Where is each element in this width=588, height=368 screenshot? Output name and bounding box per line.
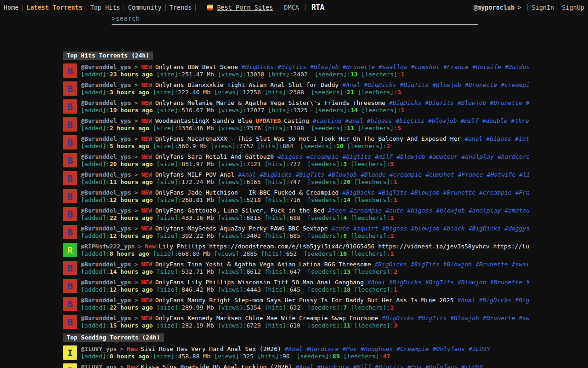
tag-link[interactable]: #Brunette — [490, 279, 522, 286]
tag-link[interactable]: #milf — [375, 153, 393, 160]
torrent-title[interactable]: OnlyFans Lily Phillips Wisconsin Tiff 50… — [155, 279, 364, 286]
tag-link[interactable]: #threesome… — [511, 117, 529, 124]
tag-link[interactable]: #Anal — [238, 171, 256, 178]
tag-link[interactable]: #creampie — [350, 207, 382, 214]
tag-link[interactable]: #Brunette — [475, 261, 508, 268]
tag-link[interactable]: #BigDicks — [389, 279, 421, 286]
uploader-link[interactable]: @Burunddel_yps — [81, 153, 131, 160]
tag-link[interactable]: #BigDicks — [364, 81, 396, 88]
uploader-link[interactable]: @Burunddel_yps — [81, 279, 131, 286]
uploader-avatar[interactable]: B — [63, 135, 77, 150]
tag-link[interactable]: #Pov — [407, 363, 422, 368]
tag-link[interactable]: #Anal — [458, 297, 475, 304]
uploader-link[interactable]: @Burunddel_yps — [81, 261, 131, 268]
tag-link[interactable]: #Hardcore — [306, 345, 339, 352]
tag-link[interactable]: #swallow — [379, 63, 407, 70]
tag-link[interactable]: #hardcore — [498, 153, 529, 160]
tag-link[interactable]: #Anal — [368, 279, 385, 286]
tag-link[interactable]: #squirt — [353, 225, 379, 232]
tag-link[interactable]: #bigass — [382, 225, 407, 232]
tag-link[interactable]: #BigTits — [296, 171, 325, 178]
tag-link[interactable]: #Brunette — [443, 189, 475, 196]
tag-link[interactable]: #swallow… — [519, 315, 529, 322]
tag-link[interactable]: #Bigtits — [375, 363, 404, 368]
uploader-avatar[interactable]: B — [63, 117, 77, 132]
tag-link[interactable]: #Milf — [353, 363, 371, 368]
tag-link[interactable]: #Outdoors — [505, 63, 529, 70]
tag-link[interactable]: #Anal — [342, 81, 360, 88]
tag-link[interactable]: #Blowjob — [443, 261, 472, 268]
uploader-avatar[interactable]: B — [63, 297, 77, 311]
tag-link[interactable]: #bigass — [277, 153, 303, 160]
tag-link[interactable]: #Brunette — [465, 81, 497, 88]
tag-link[interactable]: #Onlyfans — [433, 345, 465, 352]
nav-item-community[interactable]: Community — [128, 4, 161, 11]
tag-link[interactable]: #double — [482, 117, 508, 124]
tag-link[interactable]: #Anal — [285, 345, 303, 352]
tag-link[interactable]: #anal — [464, 135, 482, 142]
uploader-link[interactable]: @Burunddel_yps — [81, 171, 131, 178]
uploader-avatar[interactable]: B — [63, 63, 77, 78]
uploader-avatar[interactable]: B — [63, 81, 77, 96]
tag-link[interactable]: #BigTits — [425, 99, 454, 106]
tag-link[interactable]: #BigDicks — [382, 315, 414, 322]
tag-link[interactable]: #cumshot — [425, 171, 454, 178]
torrent-title[interactable]: Onlyfans MaySeeds AquaZay Perky PAWG BBC… — [155, 225, 328, 232]
uploader-avatar[interactable]: B — [63, 315, 77, 329]
tag-link[interactable]: #Anal — [295, 363, 313, 368]
torrent-title[interactable]: OnlyFans Bianxxxkie Tight Asian Anal Slu… — [155, 81, 339, 88]
tag-link[interactable]: #blowjob — [396, 153, 425, 160]
tag-link[interactable]: #Blowjob — [411, 189, 440, 196]
uploader-link[interactable]: @Burunddel_yps — [81, 225, 131, 232]
tag-link[interactable]: #casting — [313, 117, 342, 124]
uploader-link[interactable]: @Burunddel_yps — [81, 135, 131, 142]
tag-link[interactable]: #amateur — [504, 207, 529, 214]
tag-link[interactable]: #Onlyfans — [425, 363, 458, 368]
tag-link[interactable]: #teen — [328, 207, 346, 214]
tag-link[interactable]: #cute — [385, 207, 403, 214]
tag-link[interactable]: #creampie — [390, 171, 422, 178]
nav-item-latest-torrents[interactable]: Latest Torrents — [27, 4, 83, 11]
search-input[interactable] — [112, 14, 478, 25]
tag-link[interactable]: #BigTits — [515, 297, 529, 304]
torrent-title[interactable]: Kissa Sins Roadside BG Anal Fucking (202… — [141, 363, 292, 368]
uploader-avatar[interactable]: B — [63, 99, 77, 114]
uploader-avatar[interactable]: B — [63, 171, 77, 185]
tag-link[interactable]: #BigDicks — [260, 171, 292, 178]
tag-link[interactable]: #Blowjob — [450, 315, 479, 322]
torrent-title-continued[interactable]: Casting — [284, 117, 309, 124]
uploader-avatar[interactable]: B — [63, 279, 77, 293]
uploader-link[interactable]: @Burunddel_yps — [81, 315, 131, 322]
uploader-link[interactable]: @ILUVY_yps — [81, 363, 117, 368]
nav-item-top-hits[interactable]: Top Hits — [90, 4, 120, 11]
tag-link[interactable]: #cute — [332, 225, 350, 232]
tag-link[interactable]: #BigTits — [411, 261, 440, 268]
tag-link[interactable]: #BigDicks — [469, 225, 501, 232]
tag-link[interactable]: #BigDicks — [242, 63, 274, 70]
tag-link[interactable]: #blowjob — [428, 117, 457, 124]
uploader-link[interactable]: @Burunddel_yps — [81, 81, 131, 88]
tag-link[interactable]: #BigDicks — [342, 189, 374, 196]
tag-link[interactable]: #swall… — [526, 279, 529, 286]
signup-link[interactable]: SignUp — [562, 4, 584, 11]
tag-link[interactable]: #BigDicks — [375, 261, 407, 268]
tag-link[interactable]: #France — [458, 171, 483, 178]
uploader-link[interactable]: @Burunddel_yps — [81, 189, 131, 196]
tag-link[interactable]: #Pov — [342, 345, 356, 352]
torrent-title[interactable]: OnlyFans Jade Hutchison - IR BBC Fucked … — [155, 189, 339, 196]
tag-link[interactable]: #analplay — [469, 207, 501, 214]
tag-link[interactable]: #anal — [345, 117, 363, 124]
uploader-avatar[interactable]: B — [63, 189, 77, 203]
torrent-title[interactable]: OnlyFans Kennedy Marksen Chloe Mae Wife … — [155, 315, 378, 322]
tag-link[interactable]: #creampie — [479, 189, 511, 196]
tag-link[interactable]: #bigass — [407, 207, 432, 214]
uploader-avatar[interactable]: I — [63, 363, 77, 368]
tag-link[interactable]: #BigTits — [425, 279, 454, 286]
uploader-link[interactable]: @Burunddel_yps — [81, 63, 131, 70]
tag-link[interactable]: #bigass — [367, 117, 392, 124]
dmca-link[interactable]: DMCA — [284, 4, 299, 11]
tag-link[interactable]: #amateur — [429, 153, 458, 160]
tag-link[interactable]: #Hardcore — [317, 363, 349, 368]
tag-link[interactable]: #Brunette — [343, 63, 375, 70]
tag-link[interactable]: #France — [515, 189, 529, 196]
